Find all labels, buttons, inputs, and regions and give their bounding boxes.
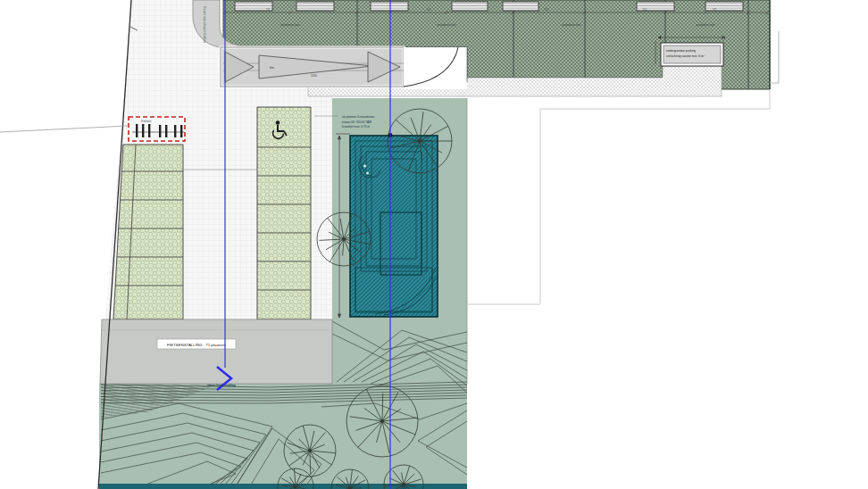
dimension-text: 500 bbox=[545, 8, 549, 12]
neighbour-parcel-lines bbox=[467, 89, 770, 304]
skylight bbox=[503, 2, 538, 11]
right-wall-step bbox=[770, 31, 779, 83]
entrance-label: inkom fietsenstalling bbox=[207, 384, 236, 387]
bike-rack-zone: 8 fietsen bbox=[129, 117, 185, 141]
survey-line bbox=[0, 126, 129, 132]
building-note-line-1: zie plannen 0-nieuwbouw bbox=[342, 115, 375, 119]
dimension-text: 275 bbox=[266, 8, 271, 12]
bike-rack-count-label: 8 fietsen bbox=[141, 120, 152, 123]
access-road-label: toegang ondergrondse parking bbox=[203, 6, 206, 43]
paver-strip-left bbox=[113, 145, 183, 319]
note-line-2: verluchting rooster min. 6 m² bbox=[666, 54, 705, 58]
dimension-text: 500 bbox=[427, 8, 431, 12]
skylight bbox=[371, 2, 408, 11]
private-garden-label: privatieve tuin bbox=[281, 23, 300, 27]
private-garden-label: privatieve tuin bbox=[438, 23, 456, 27]
road-white-corner bbox=[404, 47, 467, 89]
private-garden-label: privatieve tuin bbox=[697, 23, 715, 27]
site-plan-viewport: 275 500 500 500 275 privatieve tuin priv… bbox=[0, 0, 868, 489]
ramp-slope-label: 15% bbox=[311, 74, 317, 78]
dimension-text: 500 bbox=[643, 8, 647, 12]
skylight bbox=[452, 2, 488, 11]
building-note-line-3: kroonlijst max: 6.75 m bbox=[342, 125, 370, 128]
paver-strip-right bbox=[257, 107, 311, 319]
skylight bbox=[705, 2, 743, 11]
ramp-width-label: 6m bbox=[270, 66, 274, 70]
building-note-line-2: niveau 00: 700.00 TAW bbox=[342, 120, 371, 124]
skylight bbox=[296, 2, 334, 11]
dimension-text: 275 bbox=[713, 8, 717, 12]
note-line-1: ondergrondse parking bbox=[666, 49, 696, 53]
private-garden-label: privatieve tuin bbox=[563, 23, 581, 27]
site-plan-canvas: 275 500 500 500 275 privatieve tuin priv… bbox=[0, 0, 868, 489]
bike-storage-strip: FIETSENSTALLING : 71 plaatsen bbox=[100, 319, 332, 384]
bike-storage-label: FIETSENSTALLING : 71 plaatsen bbox=[167, 343, 226, 347]
